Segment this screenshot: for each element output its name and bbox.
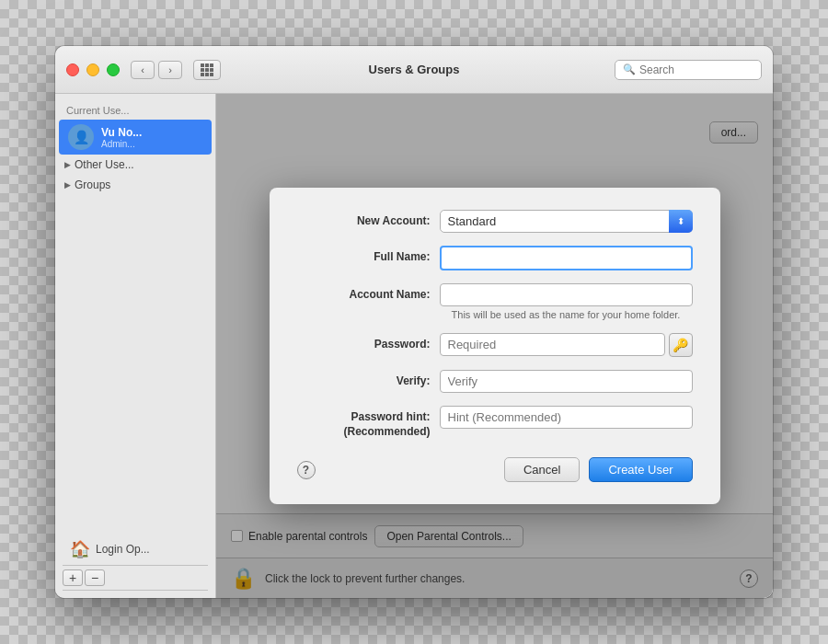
create-user-button[interactable]: Create User xyxy=(589,457,692,482)
main-panel: ord... Enable parental controls Open Par… xyxy=(216,94,773,598)
sidebar-section-label: Current Use... xyxy=(55,101,215,120)
help-button-modal[interactable]: ? xyxy=(297,461,316,479)
maximize-button[interactable] xyxy=(107,63,120,76)
account-type-label: New Account: xyxy=(297,210,431,229)
forward-button[interactable]: › xyxy=(158,61,182,79)
search-bar[interactable]: 🔍 xyxy=(615,60,762,80)
verify-input[interactable] xyxy=(440,370,693,393)
add-remove-bar: + − xyxy=(63,565,208,591)
grid-button[interactable] xyxy=(193,60,221,80)
user-info: Vu No... Admin... xyxy=(101,126,142,149)
groups-arrow-icon: ▶ xyxy=(64,180,71,190)
full-name-input[interactable] xyxy=(440,246,693,270)
remove-user-button[interactable]: − xyxy=(85,569,105,586)
password-control: 🔑 xyxy=(440,333,693,357)
verify-row: Verify: xyxy=(297,370,693,393)
account-name-label: Account Name: xyxy=(297,283,431,303)
back-button[interactable]: ‹ xyxy=(131,61,155,79)
disclosure-arrow-icon: ▶ xyxy=(64,160,71,169)
password-row: Password: 🔑 xyxy=(297,333,693,357)
search-icon: 🔍 xyxy=(623,63,636,75)
other-use-label: Other Use... xyxy=(75,158,134,171)
modal-footer: ? Cancel Create User xyxy=(297,457,693,482)
account-type-select-wrapper: Standard Administrator Managed with Pare… xyxy=(440,210,693,233)
groups-label: Groups xyxy=(75,178,110,191)
hint-control xyxy=(440,406,693,429)
minimize-button[interactable] xyxy=(86,63,99,76)
hint-row: Password hint: (Recommended) xyxy=(297,406,693,439)
sidebar: Current Use... 👤 Vu No... Admin... ▶ Oth… xyxy=(55,94,216,598)
modal-overlay: New Account: Standard Administrator Mana… xyxy=(216,94,773,598)
user-name: Vu No... xyxy=(101,126,142,139)
nav-buttons: ‹ › xyxy=(131,61,182,79)
main-window: ‹ › Users & Groups 🔍 Current Use... 👤 Vu… xyxy=(55,46,773,598)
login-options-item[interactable]: 🏠 Login Op... xyxy=(63,534,208,565)
content-area: Current Use... 👤 Vu No... Admin... ▶ Oth… xyxy=(55,94,773,598)
grid-icon xyxy=(201,63,213,76)
avatar: 👤 xyxy=(68,124,94,150)
cancel-button[interactable]: Cancel xyxy=(504,457,580,482)
search-input[interactable] xyxy=(639,63,753,76)
new-user-modal: New Account: Standard Administrator Mana… xyxy=(270,188,720,504)
close-button[interactable] xyxy=(66,63,79,76)
window-title: Users & Groups xyxy=(369,63,460,76)
login-options-label: Login Op... xyxy=(96,543,150,556)
hint-label: Password hint: (Recommended) xyxy=(297,406,431,439)
account-type-control: Standard Administrator Managed with Pare… xyxy=(440,210,693,233)
hint-input[interactable] xyxy=(440,406,693,429)
account-name-row: Account Name: This will be used as the n… xyxy=(297,283,693,320)
add-user-button[interactable]: + xyxy=(63,569,83,586)
sidebar-item-vu[interactable]: 👤 Vu No... Admin... xyxy=(59,120,212,155)
user-role: Admin... xyxy=(101,139,142,149)
verify-control xyxy=(440,370,693,393)
password-label: Password: xyxy=(297,333,431,352)
account-name-control: This will be used as the name for your h… xyxy=(440,283,693,320)
traffic-lights xyxy=(66,63,120,76)
key-button[interactable]: 🔑 xyxy=(669,333,693,357)
house-icon: 🏠 xyxy=(70,539,90,559)
full-name-row: Full Name: xyxy=(297,246,693,270)
full-name-control xyxy=(440,246,693,270)
sidebar-item-groups[interactable]: ▶ Groups xyxy=(55,175,215,195)
account-type-row: New Account: Standard Administrator Mana… xyxy=(297,210,693,233)
password-input[interactable] xyxy=(440,333,665,356)
verify-label: Verify: xyxy=(297,370,431,389)
titlebar: ‹ › Users & Groups 🔍 xyxy=(55,46,773,94)
sidebar-bottom: 🏠 Login Op... + − xyxy=(55,526,215,598)
sidebar-item-other-use[interactable]: ▶ Other Use... xyxy=(55,155,215,175)
account-name-input[interactable] xyxy=(440,283,693,306)
full-name-label: Full Name: xyxy=(297,246,431,265)
account-type-select[interactable]: Standard Administrator Managed with Pare… xyxy=(440,210,693,233)
account-name-hint: This will be used as the name for your h… xyxy=(440,309,693,320)
